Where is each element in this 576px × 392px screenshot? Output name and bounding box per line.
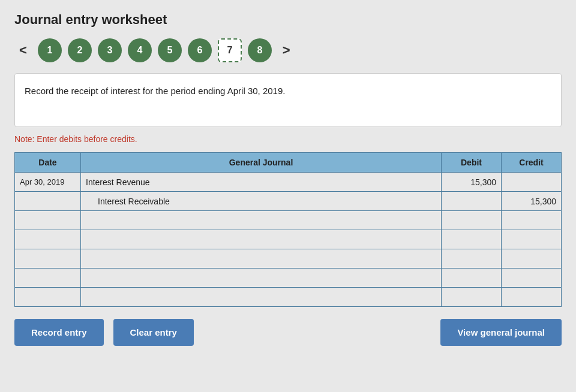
row2-debit[interactable] (442, 192, 502, 211)
header-credit: Credit (502, 153, 562, 173)
row7-debit[interactable] (442, 288, 502, 307)
row6-debit[interactable] (442, 269, 502, 288)
header-journal: General Journal (81, 153, 442, 173)
nav-step-7[interactable]: 7 (218, 38, 242, 62)
prev-button[interactable]: < (14, 41, 32, 59)
row2-date (15, 192, 81, 211)
table-row (15, 211, 562, 230)
row1-journal[interactable]: Interest Revenue (81, 173, 442, 192)
row6-journal[interactable] (81, 269, 442, 288)
row3-journal[interactable] (81, 211, 442, 230)
instruction-text: Record the receipt of interest for the p… (25, 86, 285, 96)
journal-table: Date General Journal Debit Credit Apr 30… (14, 152, 562, 307)
note-text: Note: Enter debits before credits. (14, 134, 562, 144)
header-debit: Debit (442, 153, 502, 173)
row1-date: Apr 30, 2019 (15, 173, 81, 192)
row6-date (15, 269, 81, 288)
row4-date (15, 230, 81, 249)
nav-step-8[interactable]: 8 (248, 38, 272, 62)
page-title: Journal entry worksheet (14, 12, 562, 28)
clear-entry-button[interactable]: Clear entry (113, 319, 194, 346)
row4-credit[interactable] (502, 230, 562, 249)
row1-credit[interactable] (502, 173, 562, 192)
row7-credit[interactable] (502, 288, 562, 307)
navigation-row: < 1 2 3 4 5 6 7 8 > (14, 38, 562, 62)
row3-debit[interactable] (442, 211, 502, 230)
table-row (15, 269, 562, 288)
header-date: Date (15, 153, 81, 173)
row5-credit[interactable] (502, 249, 562, 269)
nav-step-4[interactable]: 4 (128, 38, 152, 62)
table-row (15, 230, 562, 249)
table-row (15, 288, 562, 307)
row3-date (15, 211, 81, 230)
row6-credit[interactable] (502, 269, 562, 288)
row4-debit[interactable] (442, 230, 502, 249)
row7-journal[interactable] (81, 288, 442, 307)
nav-step-2[interactable]: 2 (68, 38, 92, 62)
button-row: Record entry Clear entry View general jo… (14, 319, 562, 346)
row2-journal[interactable]: Interest Receivable (81, 192, 442, 211)
record-entry-button[interactable]: Record entry (14, 319, 104, 346)
table-row: Apr 30, 2019 Interest Revenue 15,300 (15, 173, 562, 192)
nav-step-6[interactable]: 6 (188, 38, 212, 62)
row4-journal[interactable] (81, 230, 442, 249)
row5-date (15, 249, 81, 269)
row5-journal[interactable] (81, 249, 442, 269)
row1-debit[interactable]: 15,300 (442, 173, 502, 192)
row7-date (15, 288, 81, 307)
nav-step-5[interactable]: 5 (158, 38, 182, 62)
instruction-box: Record the receipt of interest for the p… (14, 73, 562, 127)
row2-credit[interactable]: 15,300 (502, 192, 562, 211)
row3-credit[interactable] (502, 211, 562, 230)
nav-step-1[interactable]: 1 (38, 38, 62, 62)
next-button[interactable]: > (278, 41, 295, 59)
table-row: Interest Receivable 15,300 (15, 192, 562, 211)
row5-debit[interactable] (442, 249, 502, 269)
nav-step-3[interactable]: 3 (98, 38, 122, 62)
table-row (15, 249, 562, 269)
view-general-journal-button[interactable]: View general journal (440, 319, 562, 346)
